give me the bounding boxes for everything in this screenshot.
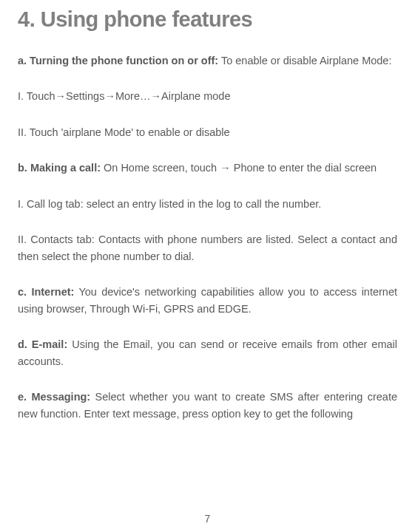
- section-b-text-before: On Home screen, touch: [101, 162, 220, 174]
- section-a: a. Turning the phone function on or off:…: [18, 52, 397, 69]
- section-d-text: Using the Email, you can send or receive…: [18, 338, 397, 366]
- arrow-icon: →: [55, 90, 67, 102]
- section-b: b. Making a call: On Home screen, touch …: [18, 160, 397, 176]
- section-d: d. E-mail: Using the Email, you can send…: [18, 336, 397, 369]
- arrow-icon: →: [150, 90, 161, 102]
- section-b-step1: I. Call log tab: select an entry listed …: [18, 196, 397, 212]
- step1-p1: Settings: [66, 90, 104, 102]
- step1-p2: More…: [115, 90, 151, 102]
- arrow-icon: →: [104, 90, 115, 102]
- section-a-step1: I. Touch→Settings→More…→Airplane mode: [18, 88, 397, 104]
- section-e: e. Messaging: Select whether you want to…: [18, 389, 397, 422]
- section-b-step2: II. Contacts tab: Contacts with phone nu…: [18, 231, 397, 265]
- arrow-icon: →: [220, 162, 231, 174]
- section-e-label: e. Messaging:: [18, 391, 90, 403]
- section-a-text: To enable or disable Airplane Mode:: [218, 55, 391, 66]
- step1-p3: Airplane mode: [161, 90, 231, 102]
- section-d-label: d. E-mail:: [18, 338, 67, 350]
- section-c-text: You device's networking capabilities all…: [18, 286, 397, 314]
- step1-prefix: I. Touch: [18, 90, 55, 102]
- section-a-step2: II. Touch 'airplane Mode' to enable or d…: [18, 124, 397, 140]
- section-a-label: a. Turning the phone function on or off:: [18, 55, 218, 66]
- page-number: 7: [205, 513, 211, 525]
- page-title: 4. Using phone features: [18, 7, 397, 32]
- heading-text: Using phone features: [41, 7, 253, 31]
- section-b-label: b. Making a call:: [18, 162, 101, 174]
- section-c-label: c. Internet:: [18, 286, 74, 298]
- heading-number: 4.: [18, 7, 35, 31]
- section-c: c. Internet: You device's networking cap…: [18, 284, 397, 317]
- section-b-text-after: Phone to enter the dial screen: [231, 162, 377, 174]
